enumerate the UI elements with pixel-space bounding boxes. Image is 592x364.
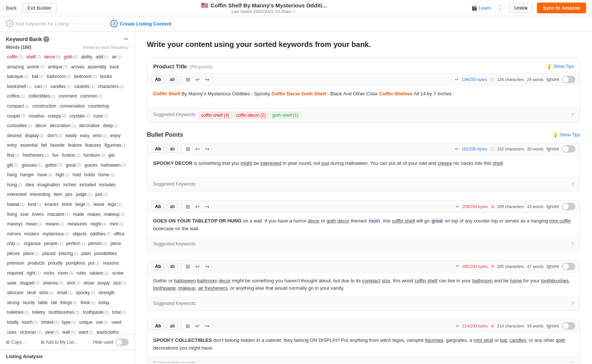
kw-victorian[interactable]: victorian (1) [18, 328, 43, 334]
kw-today[interactable]: today [97, 299, 110, 307]
kw-strong[interactable]: strong [6, 299, 20, 307]
kw-people[interactable]: people (1) [43, 239, 64, 248]
kw-knacks[interactable]: knacks [44, 200, 60, 209]
kw-measures[interactable]: measures [67, 220, 88, 229]
kw-antique[interactable]: antique (1) [47, 63, 69, 72]
step-1[interactable]: 1 Add Keywords for Listing [6, 20, 69, 27]
kw-right[interactable]: right (1) [26, 269, 42, 278]
kw-type[interactable]: type (1) [61, 318, 77, 327]
kw-included[interactable]: included [78, 181, 97, 190]
listing-analysis[interactable]: Listing Analysis [0, 350, 135, 363]
kw-easy[interactable]: easy [79, 132, 91, 140]
kw-makes[interactable]: makes [86, 210, 101, 219]
kw-shot[interactable]: shot (1) [65, 279, 81, 288]
kw-features[interactable]: features [84, 141, 102, 150]
kw-halloween[interactable]: halloween (2) [100, 161, 127, 170]
kw-room[interactable]: room (3) [57, 269, 74, 278]
kw-item[interactable]: item [53, 190, 63, 199]
kw-skincare[interactable]: skincare [6, 289, 25, 297]
b1-undo-btn[interactable]: ↩ [194, 145, 201, 153]
kw-countertop[interactable]: countertop [87, 102, 110, 111]
b3-undo-btn[interactable]: ↩ [194, 263, 201, 270]
b1-ignore-toggle[interactable] [562, 145, 575, 153]
kw-hanger[interactable]: hanger [19, 171, 35, 180]
kw-knick[interactable]: knick [61, 200, 73, 209]
kw-coffin[interactable]: coffin (7) [6, 53, 24, 62]
b4-bold-btn[interactable]: Ab [152, 322, 164, 330]
exit-builder-button[interactable]: Exit Builder [23, 3, 57, 13]
kw-get[interactable]: get [107, 151, 116, 160]
kw-curiosities[interactable]: curiosities (1) [6, 122, 33, 130]
info-icon[interactable]: ? [43, 36, 49, 42]
b4-help[interactable]: ? [571, 361, 574, 363]
kw-large[interactable]: large (1) [74, 200, 92, 209]
kw-mysterious[interactable]: mysterious (1) [41, 230, 70, 239]
kw-desired[interactable]: desired [6, 132, 23, 140]
kw-guests[interactable]: guests [83, 161, 98, 170]
b2-lower-btn[interactable]: ab [166, 203, 178, 210]
kw-mirrors[interactable]: mirrors [6, 230, 22, 239]
b1-copy-btn[interactable]: ⊞ [184, 145, 192, 153]
kw-assembly[interactable]: assembly [87, 63, 108, 72]
kw-toothbrushes[interactable]: toothbrushes (1) [47, 308, 81, 317]
kw-skull[interactable]: skull [26, 289, 37, 297]
kw-find[interactable]: find (1) [6, 151, 21, 160]
b3-lower-btn[interactable]: ab [166, 263, 178, 270]
kw-wall[interactable]: wall (1) [61, 328, 77, 334]
kw-anime[interactable]: anime (1) [26, 63, 46, 72]
kw-furniture[interactable]: furniture (2) [83, 151, 106, 160]
copy-button[interactable]: ⊞ Copy... [6, 340, 25, 345]
kw-kind[interactable]: kind (1) [27, 200, 43, 209]
kw-spooky[interactable]: spooky (5) [75, 289, 96, 297]
kw-strength[interactable]: strength [97, 289, 115, 297]
kw-table[interactable]: table [37, 299, 49, 307]
kw-shelves[interactable]: shelves (3) [42, 279, 64, 288]
hide-used-toggle[interactable] [115, 339, 129, 346]
b2-help[interactable]: ? [571, 241, 574, 247]
kw-oddities[interactable]: oddities (2) [89, 230, 112, 239]
show-tips-bullets[interactable]: 💡 Show Tips [553, 132, 580, 137]
kw-want[interactable]: want (1) [77, 328, 94, 334]
kw-arrives[interactable]: arrives [70, 63, 85, 72]
kw-place[interactable]: place (1) [22, 249, 40, 258]
b2-bold-btn[interactable]: Ab [152, 203, 164, 210]
kw-shaped[interactable]: shaped (2) [18, 279, 41, 288]
kw-slots[interactable]: slots (1) [38, 289, 55, 297]
redo-button[interactable]: ↪ [204, 76, 211, 83]
kw-high[interactable]: high (1) [54, 171, 70, 180]
kw-small[interactable]: small (1) [56, 289, 74, 297]
add-to-list-button[interactable]: ⊞ Add to My List... [41, 340, 78, 345]
kw-dont[interactable]: don't (2) [46, 132, 63, 140]
kw-coffins[interactable]: coffins (1) [6, 92, 26, 101]
kw-mean[interactable]: mean (1) [25, 220, 43, 229]
kw-figurines[interactable]: figurines (1) [103, 141, 128, 150]
kw-modern[interactable]: modern [23, 230, 40, 239]
b3-copy-btn[interactable]: ⊞ [184, 263, 192, 270]
kw-funkos[interactable]: funkos (1) [61, 151, 81, 160]
kw-mini[interactable]: mini (3) [109, 220, 124, 229]
kw-idea[interactable]: idea [24, 181, 35, 190]
kw-totally[interactable]: totally [6, 318, 20, 327]
kw-interested[interactable]: interested [6, 190, 28, 199]
kw-only[interactable]: only (1) [6, 239, 21, 248]
kw-creative[interactable]: creative [28, 112, 46, 121]
b4-lower-btn[interactable]: ab [166, 322, 178, 330]
kw-collectibles[interactable]: collectibles (1) [27, 92, 57, 101]
bold-button[interactable]: Ab [152, 76, 164, 83]
bullet-2-editor[interactable]: GOES ON YOUR TABLETOP OR HUNG on a wall.… [147, 213, 580, 237]
kw-includes[interactable]: includes [98, 181, 117, 190]
b2-copy-btn[interactable]: ⊞ [184, 203, 192, 210]
b3-help[interactable]: ? [571, 301, 574, 307]
kw-interesting[interactable]: interesting [29, 190, 51, 199]
kw-washcloths[interactable]: washcloths [95, 328, 120, 334]
kw-entry[interactable]: entry [6, 141, 18, 150]
b2-redo-btn[interactable]: ↪ [204, 203, 211, 210]
kw-books[interactable]: books [99, 72, 113, 81]
kw-mannys[interactable]: mannys [6, 220, 24, 229]
b4-copy-btn[interactable]: ⊞ [184, 322, 192, 330]
kw-required[interactable]: required [6, 269, 24, 278]
bullet-1-editor[interactable]: SPOOKY DECOR is something that you might… [147, 155, 580, 177]
kw-bedroom[interactable]: bedroom (2) [73, 72, 98, 81]
kw-gothic[interactable]: gothic (3) [44, 161, 63, 170]
kw-compact[interactable]: compact (1) [6, 102, 30, 111]
